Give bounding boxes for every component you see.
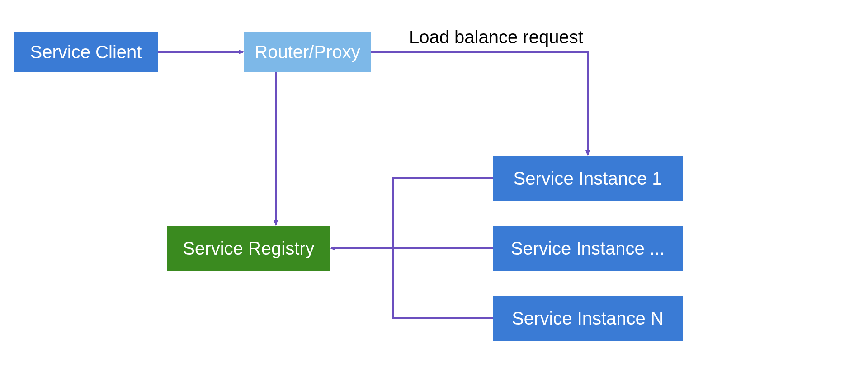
node-service-instance-n: Service Instance N (493, 296, 683, 341)
node-service-registry: Service Registry (167, 226, 330, 271)
node-label: Service Registry (183, 238, 314, 259)
node-label: Service Instance 1 (513, 168, 662, 189)
node-service-client: Service Client (14, 32, 158, 72)
node-label: Service Instance ... (511, 238, 665, 259)
edge-router-to-instances (371, 52, 588, 155)
node-label: Service Client (30, 42, 142, 62)
node-service-instance-dots: Service Instance ... (493, 226, 683, 271)
edge-instanceN-to-bus (393, 248, 493, 318)
node-service-instance-1: Service Instance 1 (493, 156, 683, 201)
node-label: Service Instance N (512, 308, 664, 329)
edge-instance1-to-bus (393, 178, 493, 248)
edge-label-load-balance: Load balance request (409, 27, 583, 47)
node-router-proxy: Router/Proxy (244, 32, 371, 72)
node-label: Router/Proxy (255, 42, 360, 62)
